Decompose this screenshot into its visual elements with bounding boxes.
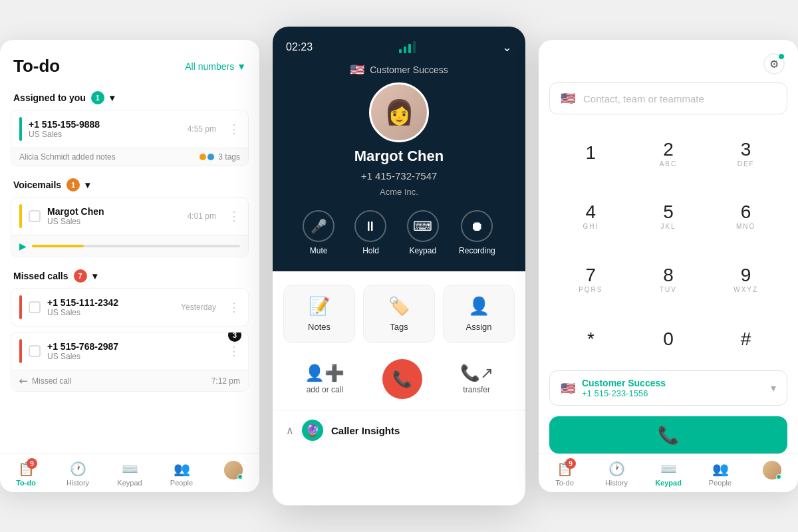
people-icon: 👥 — [174, 461, 190, 477]
nav-avatar[interactable] — [207, 461, 259, 487]
key-7[interactable]: 7PQRS — [555, 251, 627, 309]
insights-label: Caller Insights — [331, 425, 400, 436]
key-0[interactable]: 0 — [632, 314, 705, 366]
caller-number: +1 415-732-7547 — [361, 170, 438, 182]
right-nav-todo[interactable]: 9 📋 To-do — [539, 461, 591, 487]
tags-card[interactable]: 🏷️ Tags — [363, 285, 435, 343]
missed-indicator-2 — [19, 339, 22, 363]
keypad-icon: ⌨️ — [122, 461, 138, 477]
missed-sub-1: US Sales — [47, 308, 174, 317]
right-nav-avatar[interactable] — [746, 461, 798, 487]
right-nav-people[interactable]: 👥 People — [694, 461, 746, 487]
key-star[interactable]: * — [555, 314, 627, 366]
vm-name: Margot Chen — [47, 206, 181, 217]
missed-menu-2[interactable]: ⋮ — [228, 344, 240, 358]
missed-call-item-2[interactable]: 3 +1 515-768-2987 US Sales ⋮ ↙ Missed ca… — [11, 332, 249, 392]
voicemails-section-header: Voicemails 1 ▾ — [11, 172, 249, 197]
assigned-call-item[interactable]: +1 515-155-9888 US Sales 4:55 pm ⋮ Alici… — [11, 110, 249, 166]
notes-card[interactable]: 📝 Notes — [283, 285, 355, 343]
line-selector[interactable]: 🇺🇸 Customer Success +1 515-233-1556 ▾ — [549, 370, 787, 406]
right-history-icon: 🕐 — [608, 461, 625, 477]
assign-card[interactable]: 👤 Assign — [443, 285, 515, 343]
todo-panel: To-do All numbers ▼ Assigned to you 1 ▾ … — [0, 40, 259, 492]
right-nav-people-label: People — [709, 479, 732, 487]
end-call-button[interactable]: 📞 — [382, 359, 422, 399]
call-number: +1 515-155-9888 — [29, 119, 181, 130]
keypad-ctrl-icon: ⌨ — [407, 210, 439, 242]
call-light-section: 📝 Notes 🏷️ Tags 👤 Assign 👤➕ add or call — [273, 271, 525, 505]
hold-icon: ⏸ — [354, 210, 386, 242]
call-dark-section: 02:23 ⌄ 🇺🇸 Customer Success 👩 Margot Che… — [273, 27, 525, 271]
line-chevron: ▾ — [771, 382, 776, 394]
key-2[interactable]: 2ABC — [632, 125, 705, 183]
todo-nav-badge: 9 — [27, 458, 37, 469]
nav-people-label: People — [170, 479, 193, 487]
key-4[interactable]: 4GHI — [555, 188, 627, 246]
add-call-icon: 👤➕ — [305, 364, 344, 382]
play-button[interactable]: ▶ — [19, 241, 27, 251]
search-flag-icon: 🇺🇸 — [561, 91, 575, 106]
mute-button[interactable]: 🎤 Mute — [303, 210, 334, 255]
key-3[interactable]: 3DEF — [710, 125, 782, 183]
missed-number-1: +1 515-111-2342 — [47, 297, 174, 308]
vm-sub: US Sales — [47, 217, 181, 226]
team-label: 🇺🇸 Customer Success — [350, 63, 448, 77]
missed-number-2: +1 515-768-2987 — [47, 341, 216, 352]
avatar-online-indicator — [237, 474, 243, 479]
missed-call-item-1[interactable]: +1 515-111-2342 US Sales Yesterday ⋮ — [11, 288, 249, 327]
key-8[interactable]: 8TUV — [632, 251, 705, 309]
action-cards: 📝 Notes 🏷️ Tags 👤 Assign — [273, 271, 525, 354]
missed-checkbox-1[interactable] — [29, 301, 41, 313]
voicemail-item[interactable]: Margot Chen US Sales 4:01 pm ⋮ ▶ — [11, 197, 249, 257]
nav-todo[interactable]: 9 📋 To-do — [0, 461, 52, 487]
key-9[interactable]: 9WXYZ — [710, 251, 782, 309]
todo-header: To-do All numbers ▼ — [0, 40, 259, 84]
insights-badge: 🔮 — [302, 420, 323, 441]
left-bottom-nav: 9 📋 To-do 🕐 History ⌨️ Keypad 👥 People — [0, 454, 259, 492]
notes-icon: 📝 — [309, 296, 330, 317]
right-people-icon: 👥 — [712, 461, 729, 477]
all-numbers-filter[interactable]: All numbers ▼ — [185, 61, 246, 72]
caller-insights-bar[interactable]: ∧ 🔮 Caller Insights — [273, 410, 525, 450]
hold-button[interactable]: ⏸ Hold — [354, 210, 386, 255]
vm-menu-icon[interactable]: ⋮ — [228, 209, 240, 223]
contact-search[interactable]: 🇺🇸 Contact, team or teammate — [549, 82, 787, 114]
assign-label: Assign — [466, 322, 491, 332]
call-timer: 02:23 — [286, 41, 313, 53]
call-chevron-down[interactable]: ⌄ — [502, 40, 512, 55]
nav-people[interactable]: 👥 People — [156, 461, 207, 487]
add-or-call-button[interactable]: 👤➕ add or call — [305, 364, 344, 394]
key-5[interactable]: 5JKL — [632, 188, 705, 246]
nav-keypad[interactable]: ⌨️ Keypad — [104, 461, 156, 487]
missed-sub-2: US Sales — [47, 352, 216, 361]
right-nav-keypad[interactable]: ⌨️ Keypad — [642, 461, 694, 487]
tag-dot-blue — [207, 154, 214, 160]
call-controls: 🎤 Mute ⏸ Hold ⌨ Keypad ⏺ Recording — [286, 210, 512, 255]
nav-todo-label: To-do — [16, 479, 36, 487]
contact-search-placeholder: Contact, team or teammate — [583, 93, 776, 104]
call-menu-icon[interactable]: ⋮ — [228, 122, 240, 136]
call-actions-row: 👤➕ add or call 📞 📞↗ transfer — [273, 354, 525, 410]
call-time: 4:55 pm — [188, 124, 216, 134]
caller-company: Acme Inc. — [380, 187, 418, 197]
vm-checkbox[interactable] — [29, 210, 41, 222]
assigned-badge: 1 — [91, 91, 104, 104]
recording-button[interactable]: ⏺ Recording — [459, 210, 495, 255]
transfer-button[interactable]: 📞↗ transfer — [460, 364, 493, 394]
call-status-bar: 02:23 ⌄ — [286, 40, 512, 55]
nav-history[interactable]: 🕐 History — [52, 461, 104, 487]
call-button[interactable]: 📞 — [549, 416, 787, 454]
missed-menu-1[interactable]: ⋮ — [228, 300, 240, 315]
settings-button[interactable]: ⚙ — [763, 53, 785, 74]
caller-name: Margot Chen — [354, 148, 444, 165]
right-avatar-online — [776, 474, 781, 479]
user-avatar — [224, 461, 243, 479]
key-6[interactable]: 6MNO — [710, 188, 782, 246]
missed-checkbox-2[interactable] — [29, 345, 41, 357]
key-1[interactable]: 1 — [555, 125, 627, 183]
assigned-section-header: Assigned to you 1 ▾ — [11, 84, 249, 110]
key-hash[interactable]: # — [710, 314, 782, 366]
keypad-button[interactable]: ⌨ Keypad — [407, 210, 439, 255]
audio-progress — [32, 245, 240, 247]
right-nav-history[interactable]: 🕐 History — [591, 461, 642, 487]
